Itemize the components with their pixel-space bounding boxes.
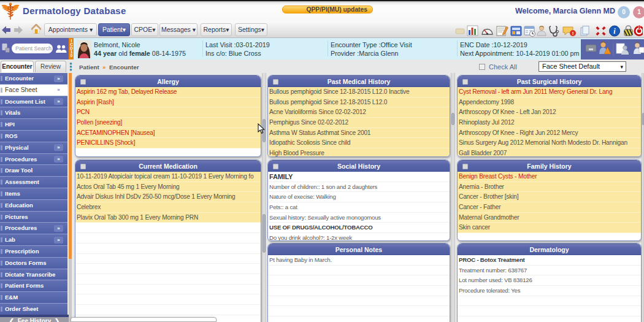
svg-text:!: !	[572, 31, 574, 36]
